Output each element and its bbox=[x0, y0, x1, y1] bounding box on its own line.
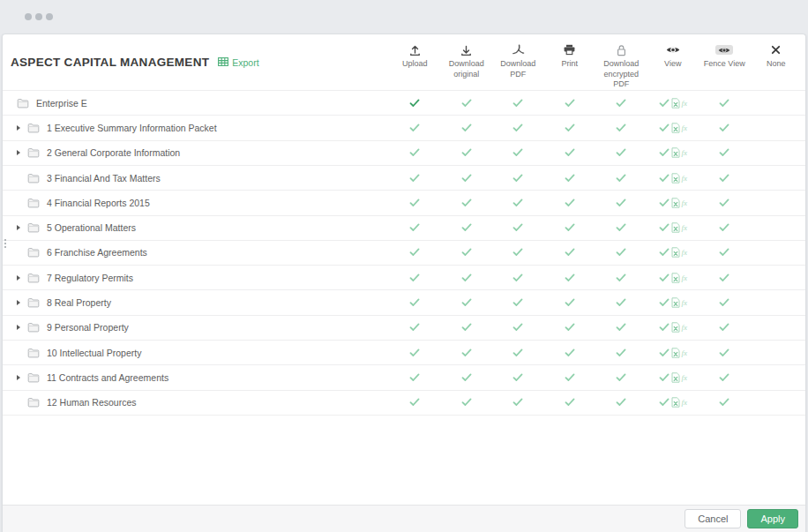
perm-cell-download_encrypted_pdf[interactable] bbox=[595, 266, 647, 289]
expand-arrow-icon[interactable] bbox=[17, 150, 27, 155]
perm-cell-download_encrypted_pdf[interactable] bbox=[595, 316, 647, 340]
perm-cell-download_original[interactable] bbox=[441, 365, 493, 389]
perm-cell-print[interactable] bbox=[544, 191, 596, 214]
perm-cell-none[interactable] bbox=[751, 191, 803, 214]
expand-arrow-icon[interactable] bbox=[17, 225, 27, 230]
folder-item[interactable]: 9 Personal Property bbox=[3, 322, 389, 333]
expand-arrow-icon[interactable] bbox=[17, 325, 27, 330]
perm-cell-download_encrypted_pdf[interactable] bbox=[595, 91, 647, 115]
perm-cell-fence_view[interactable] bbox=[699, 141, 751, 165]
folder-item[interactable]: 8 Real Property bbox=[3, 297, 389, 308]
perm-cell-view[interactable]: fx bbox=[647, 116, 700, 139]
perm-cell-print[interactable] bbox=[544, 391, 596, 415]
perm-cell-print[interactable] bbox=[544, 365, 596, 389]
perm-cell-fence_view[interactable] bbox=[699, 290, 751, 314]
column-header-view[interactable]: View bbox=[647, 34, 700, 70]
perm-cell-upload[interactable] bbox=[389, 365, 441, 389]
folder-item[interactable]: 1 Executive Summary Information Packet bbox=[3, 123, 389, 133]
perm-cell-download_original[interactable] bbox=[441, 216, 493, 240]
folder-item[interactable]: 12 Human Resources bbox=[3, 397, 389, 408]
perm-cell-none[interactable] bbox=[751, 290, 803, 314]
perm-cell-download_encrypted_pdf[interactable] bbox=[595, 290, 647, 314]
perm-cell-download_pdf[interactable] bbox=[492, 365, 544, 389]
perm-cell-fence_view[interactable] bbox=[699, 316, 751, 340]
resize-handle[interactable] bbox=[4, 238, 7, 249]
column-header-download_original[interactable]: Download original bbox=[441, 34, 493, 79]
perm-cell-view[interactable]: fx bbox=[647, 341, 700, 364]
perm-cell-print[interactable] bbox=[544, 266, 596, 289]
perm-cell-none[interactable] bbox=[751, 316, 803, 340]
perm-cell-view[interactable]: fx bbox=[647, 166, 700, 190]
perm-cell-download_original[interactable] bbox=[441, 391, 493, 415]
perm-cell-print[interactable] bbox=[544, 241, 596, 265]
perm-cell-download_pdf[interactable] bbox=[492, 266, 544, 289]
perm-cell-fence_view[interactable] bbox=[699, 166, 751, 190]
perm-cell-none[interactable] bbox=[751, 216, 803, 240]
perm-cell-download_pdf[interactable] bbox=[492, 216, 544, 240]
perm-cell-upload[interactable] bbox=[389, 316, 441, 340]
perm-cell-none[interactable] bbox=[751, 91, 803, 115]
perm-cell-download_encrypted_pdf[interactable] bbox=[595, 216, 647, 240]
folder-item[interactable]: Enterprise E bbox=[3, 98, 389, 109]
perm-cell-download_original[interactable] bbox=[441, 141, 493, 165]
perm-cell-view[interactable]: fx bbox=[647, 241, 700, 265]
perm-cell-upload[interactable] bbox=[389, 216, 441, 240]
perm-cell-view[interactable]: fx bbox=[647, 391, 700, 415]
folder-item[interactable]: 11 Contracts and Agreements bbox=[3, 372, 389, 383]
perm-cell-download_original[interactable] bbox=[441, 116, 493, 139]
perm-cell-upload[interactable] bbox=[389, 391, 441, 415]
perm-cell-download_original[interactable] bbox=[441, 166, 493, 190]
perm-cell-view[interactable]: fx bbox=[647, 91, 700, 115]
perm-cell-download_pdf[interactable] bbox=[492, 191, 544, 214]
perm-cell-download_encrypted_pdf[interactable] bbox=[595, 241, 647, 265]
perm-cell-view[interactable]: fx bbox=[647, 365, 700, 389]
perm-cell-none[interactable] bbox=[751, 266, 803, 289]
expand-arrow-icon[interactable] bbox=[17, 375, 27, 380]
expand-arrow-icon[interactable] bbox=[17, 300, 27, 305]
perm-cell-download_pdf[interactable] bbox=[492, 290, 544, 314]
apply-button[interactable]: Apply bbox=[747, 509, 798, 528]
perm-cell-download_encrypted_pdf[interactable] bbox=[595, 116, 647, 139]
column-header-download_encrypted_pdf[interactable]: Download encrypted PDF bbox=[595, 34, 647, 90]
perm-cell-download_original[interactable] bbox=[441, 316, 493, 340]
expand-arrow-icon[interactable] bbox=[17, 275, 27, 281]
perm-cell-download_original[interactable] bbox=[441, 91, 493, 115]
folder-item[interactable]: 6 Franchise Agreements bbox=[3, 247, 389, 258]
perm-cell-print[interactable] bbox=[544, 290, 596, 314]
perm-cell-upload[interactable] bbox=[389, 290, 441, 314]
column-header-upload[interactable]: Upload bbox=[389, 34, 441, 70]
column-header-download_pdf[interactable]: Download PDF bbox=[492, 34, 544, 79]
perm-cell-download_original[interactable] bbox=[441, 341, 493, 364]
perm-cell-fence_view[interactable] bbox=[699, 91, 751, 115]
perm-cell-upload[interactable] bbox=[389, 116, 441, 139]
perm-cell-download_pdf[interactable] bbox=[492, 116, 544, 139]
perm-cell-none[interactable] bbox=[751, 116, 803, 139]
perm-cell-download_encrypted_pdf[interactable] bbox=[595, 166, 647, 190]
perm-cell-view[interactable]: fx bbox=[647, 141, 700, 165]
perm-cell-download_pdf[interactable] bbox=[492, 91, 544, 115]
column-header-none[interactable]: None bbox=[751, 34, 803, 70]
perm-cell-print[interactable] bbox=[544, 141, 596, 165]
perm-cell-download_encrypted_pdf[interactable] bbox=[595, 341, 647, 364]
perm-cell-download_pdf[interactable] bbox=[492, 316, 544, 340]
perm-cell-download_original[interactable] bbox=[441, 191, 493, 214]
folder-item[interactable]: 4 Financial Reports 2015 bbox=[3, 198, 389, 208]
perm-cell-upload[interactable] bbox=[389, 241, 441, 265]
perm-cell-fence_view[interactable] bbox=[699, 391, 751, 415]
perm-cell-view[interactable]: fx bbox=[647, 266, 700, 289]
cancel-button[interactable]: Cancel bbox=[685, 509, 741, 528]
perm-cell-download_pdf[interactable] bbox=[492, 166, 544, 190]
perm-cell-fence_view[interactable] bbox=[699, 266, 751, 289]
folder-item[interactable]: 2 General Corporate Information bbox=[3, 147, 389, 158]
perm-cell-download_original[interactable] bbox=[441, 266, 493, 289]
perm-cell-none[interactable] bbox=[751, 365, 803, 389]
perm-cell-upload[interactable] bbox=[389, 166, 441, 190]
perm-cell-none[interactable] bbox=[751, 166, 803, 190]
perm-cell-download_encrypted_pdf[interactable] bbox=[595, 141, 647, 165]
column-header-print[interactable]: Print bbox=[544, 34, 596, 70]
perm-cell-print[interactable] bbox=[544, 216, 596, 240]
perm-cell-fence_view[interactable] bbox=[699, 116, 751, 139]
expand-arrow-icon[interactable] bbox=[17, 125, 27, 131]
perm-cell-none[interactable] bbox=[751, 141, 803, 165]
perm-cell-upload[interactable] bbox=[389, 191, 441, 214]
